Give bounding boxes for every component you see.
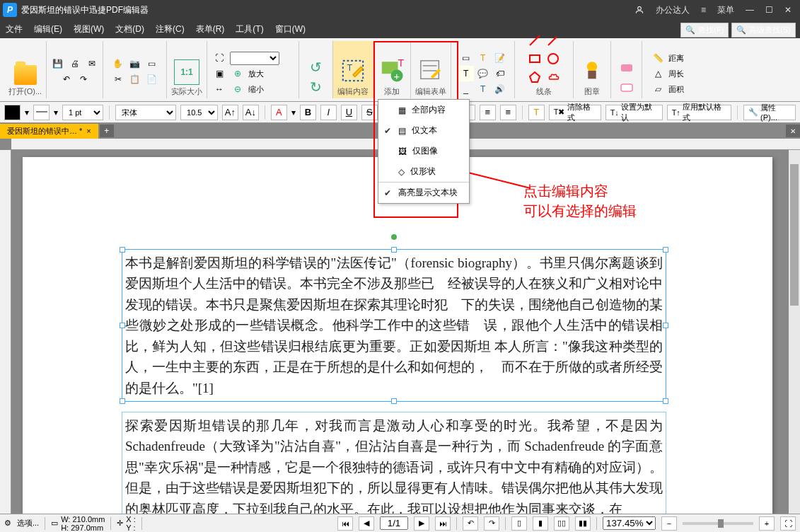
- polygon-icon[interactable]: [527, 69, 543, 85]
- prev-page-button[interactable]: ◀: [359, 516, 374, 531]
- line-color-button[interactable]: [33, 105, 50, 120]
- zoom-out-button[interactable]: −: [661, 516, 677, 531]
- fill-color-button[interactable]: [4, 105, 21, 120]
- shrink-font-button[interactable]: A↓: [243, 105, 259, 120]
- zoom-in-button[interactable]: +: [759, 516, 775, 531]
- menu-window[interactable]: 窗口(W): [275, 23, 306, 35]
- print-icon[interactable]: 🖨: [67, 56, 83, 71]
- zoomin-icon[interactable]: ⊕: [230, 66, 245, 81]
- pdf-page[interactable]: 本书是解剖爱因斯坦的科学错误的"法医传记"（forensic biography…: [23, 157, 772, 514]
- line-icon[interactable]: [527, 33, 543, 48]
- copy-icon[interactable]: 📋: [127, 71, 143, 87]
- highlight-icon[interactable]: T: [458, 66, 474, 81]
- menu-file[interactable]: 文件: [6, 23, 23, 35]
- menu-view[interactable]: 视图(W): [74, 23, 104, 35]
- close-all-tabs-button[interactable]: ✕: [786, 125, 800, 137]
- dropdown-highlight[interactable]: ✔高亮显示文本块: [378, 183, 469, 203]
- bold-button[interactable]: B: [300, 105, 316, 120]
- italic-button[interactable]: I: [320, 105, 337, 120]
- resize-handle[interactable]: [120, 398, 125, 404]
- rotate-left-icon[interactable]: ↺: [306, 57, 326, 77]
- zoom-slider[interactable]: [683, 522, 753, 525]
- text-block-selected[interactable]: 本书是解剖爱因斯坦的科学错误的"法医传记"（forensic biography…: [122, 249, 666, 402]
- menu-edit[interactable]: 编辑(E): [34, 23, 62, 35]
- paste-icon[interactable]: 📄: [144, 71, 160, 87]
- grow-font-button[interactable]: A↑: [222, 105, 238, 120]
- underline-button[interactable]: U: [341, 105, 357, 120]
- maximize-button[interactable]: ☐: [760, 0, 779, 20]
- lines-label[interactable]: 线条: [536, 86, 552, 97]
- eraser-icon[interactable]: [617, 57, 637, 77]
- resize-handle[interactable]: [391, 398, 397, 404]
- font-family-select[interactable]: 宋体: [115, 105, 176, 120]
- hand-icon[interactable]: ✋: [110, 56, 126, 71]
- rotate-handle[interactable]: [391, 234, 397, 240]
- stamp-sm-icon[interactable]: 🏷: [492, 66, 508, 81]
- resize-handle[interactable]: [663, 398, 668, 404]
- menu-comment[interactable]: 注释(C): [156, 23, 185, 35]
- chevron-down-icon[interactable]: ▾: [25, 108, 29, 117]
- dropdown-image[interactable]: 🖼仅图像: [378, 141, 469, 161]
- zoomout-icon[interactable]: ⊖: [230, 81, 245, 97]
- callout-icon[interactable]: 💬: [475, 66, 491, 81]
- add-label[interactable]: 添加: [384, 86, 400, 97]
- resize-handle[interactable]: [391, 247, 397, 253]
- circle-icon[interactable]: [545, 51, 561, 66]
- edit-content-label[interactable]: 编辑内容: [337, 86, 369, 97]
- align-right-button[interactable]: ≡: [480, 105, 496, 120]
- menu-form[interactable]: 表单(R): [196, 23, 225, 35]
- tab-document[interactable]: 爱因斯坦的错误中… * ×: [0, 124, 98, 139]
- textfield-icon[interactable]: T: [475, 50, 491, 66]
- snapshot-icon[interactable]: 📷: [127, 56, 143, 71]
- scrollbar-vertical[interactable]: [789, 150, 800, 514]
- user-icon[interactable]: [629, 0, 650, 20]
- last-page-button[interactable]: ⏭: [435, 516, 451, 531]
- mail-icon[interactable]: ✉: [84, 56, 100, 71]
- highlight-text-button[interactable]: T: [528, 105, 545, 120]
- align-justify-button[interactable]: ≡: [500, 105, 516, 120]
- text-icon[interactable]: T: [475, 81, 491, 97]
- set-default-button[interactable]: T↓设置为默认: [605, 105, 663, 120]
- select-icon[interactable]: ▭: [144, 56, 160, 71]
- dropdown-text[interactable]: ✔▤仅文本: [378, 120, 469, 141]
- adv-find-button[interactable]: 🔍高级查找(S): [731, 23, 796, 37]
- eraser2-icon[interactable]: [617, 77, 637, 97]
- distance-icon[interactable]: 📏: [651, 50, 666, 66]
- find-button[interactable]: 🔍查找(F): [680, 23, 729, 37]
- line-width-select[interactable]: 1 pt: [62, 105, 103, 120]
- chevron-down-icon[interactable]: ▾: [54, 108, 58, 117]
- note-icon[interactable]: 📝: [492, 50, 508, 66]
- cloud-icon[interactable]: [545, 69, 561, 85]
- clear-format-button[interactable]: T✖清除格式: [549, 105, 601, 120]
- menu-tools[interactable]: 工具(T): [236, 23, 263, 35]
- fit-icon[interactable]: ⛶: [211, 50, 227, 66]
- properties-button[interactable]: 🔧属性(P)...: [743, 105, 796, 120]
- dropdown-shape[interactable]: ◇仅形状: [378, 161, 469, 182]
- redo-icon[interactable]: ↷: [76, 71, 91, 87]
- fit-page-icon[interactable]: ▣: [211, 66, 227, 81]
- edit-content-icon[interactable]: T: [339, 57, 367, 85]
- layout-facing-button[interactable]: ▯▯: [554, 516, 569, 531]
- zoom-slider-thumb[interactable]: [718, 519, 724, 528]
- realsize-icon[interactable]: 1:1: [174, 59, 199, 85]
- layout-cont-button[interactable]: ▮: [533, 516, 548, 531]
- add-icon[interactable]: T+: [378, 57, 406, 85]
- undo-icon[interactable]: ↶: [59, 71, 74, 87]
- zoom-status-select[interactable]: 137.45%: [603, 516, 656, 530]
- perimeter-icon[interactable]: △: [651, 66, 666, 81]
- arrow-icon[interactable]: [545, 33, 561, 48]
- edit-form-icon[interactable]: [417, 57, 445, 85]
- scrollbar-thumb[interactable]: [790, 164, 799, 306]
- resize-handle[interactable]: [120, 247, 125, 253]
- layout-cont-facing-button[interactable]: ▮▮: [575, 516, 591, 531]
- layout-single-button[interactable]: ▯: [511, 516, 527, 531]
- first-page-button[interactable]: ⏮: [337, 516, 353, 531]
- tab-close-icon[interactable]: ×: [86, 127, 91, 135]
- fit-width-icon[interactable]: ↔: [211, 81, 227, 97]
- stamp-label[interactable]: 图章: [584, 86, 600, 97]
- textbox-icon[interactable]: ▭: [458, 50, 474, 66]
- options-button[interactable]: 选项...: [17, 518, 39, 528]
- stamp-icon[interactable]: [578, 57, 606, 85]
- area-icon[interactable]: ▱: [651, 81, 666, 97]
- rotate-right-icon[interactable]: ↻: [306, 77, 326, 97]
